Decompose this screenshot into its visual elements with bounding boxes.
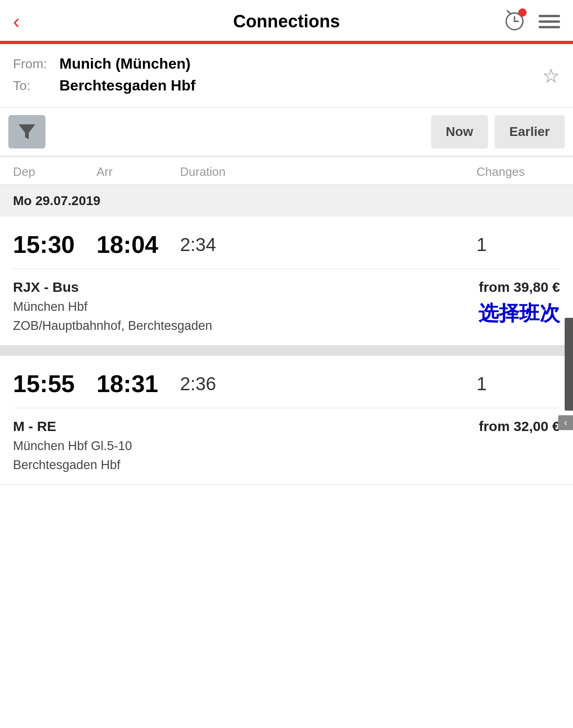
duration-value: 2:34 xyxy=(180,234,476,255)
back-button[interactable]: ‹ xyxy=(13,11,20,32)
col-arr: Arr xyxy=(97,165,180,179)
filter-button[interactable] xyxy=(8,115,45,148)
nav-bar: ‹ Connections xyxy=(0,0,573,41)
col-dep: Dep xyxy=(13,165,97,179)
earlier-button[interactable]: Earlier xyxy=(495,115,565,148)
scrollbar[interactable] xyxy=(565,318,573,411)
svg-marker-7 xyxy=(19,124,35,139)
dep-time-2: 15:55 xyxy=(13,370,97,398)
train-type: RJX - Bus xyxy=(13,279,212,295)
changes-value-2: 1 xyxy=(476,374,560,394)
duration-value-2: 2:36 xyxy=(180,374,476,394)
now-button[interactable]: Now xyxy=(431,115,488,148)
alarm-badge xyxy=(518,8,527,17)
date-text: Mo 29.07.2019 xyxy=(13,193,100,208)
from-label: From: xyxy=(13,57,59,71)
nav-right-icons xyxy=(502,8,560,34)
from-to-section: From: Munich (München) To: Berchtesgaden… xyxy=(0,44,573,108)
favorite-button[interactable]: ☆ xyxy=(542,64,560,87)
from-row: From: Munich (München) xyxy=(13,55,560,72)
connection-item[interactable]: 15:30 18:04 2:34 1 RJX - Bus München Hbf… xyxy=(0,217,573,346)
menu-line-1 xyxy=(539,15,560,17)
connection-left: RJX - Bus München Hbf ZOB/Hauptbahnhof, … xyxy=(13,279,212,333)
to-row: To: Berchtesgaden Hbf xyxy=(13,77,560,94)
changes-value: 1 xyxy=(476,234,560,255)
price: from 39,80 € xyxy=(479,279,560,295)
connection-left-2: M - RE München Hbf Gl.5-10 Berchtesgaden… xyxy=(13,419,132,472)
connection-right-2: from 32,00 € xyxy=(479,419,560,434)
station-from: München Hbf xyxy=(13,300,212,314)
station-to-2: Berchtesgaden Hbf xyxy=(13,458,132,472)
dep-time: 15:30 xyxy=(13,231,97,258)
connection-item-2[interactable]: 15:55 18:31 2:36 1 M - RE München Hbf Gl… xyxy=(0,356,573,485)
menu-line-2 xyxy=(539,20,560,23)
filter-icon xyxy=(17,122,37,142)
connection-times-row-2: 15:55 18:31 2:36 1 xyxy=(13,356,560,408)
station-to: ZOB/Hauptbahnhof, Berchtesgaden xyxy=(13,319,212,333)
connection-times-row: 15:30 18:04 2:34 1 xyxy=(13,217,560,269)
filter-row: Now Earlier xyxy=(0,108,573,156)
connection-details-row: RJX - Bus München Hbf ZOB/Hauptbahnhof, … xyxy=(13,269,560,345)
menu-line-3 xyxy=(539,26,560,28)
svg-line-5 xyxy=(507,11,509,13)
red-divider xyxy=(0,41,573,44)
station-from-2: München Hbf Gl.5-10 xyxy=(13,439,132,453)
chinese-select-label: 选择班次 xyxy=(478,300,560,327)
alarm-button[interactable] xyxy=(502,8,527,34)
section-separator xyxy=(0,346,573,356)
arr-time: 18:04 xyxy=(97,231,180,258)
to-value: Berchtesgaden Hbf xyxy=(59,77,195,94)
scroll-arrow[interactable]: ‹ xyxy=(558,415,573,430)
column-headers: Dep Arr Duration Changes xyxy=(0,156,573,185)
connection-details-row-2: M - RE München Hbf Gl.5-10 Berchtesgaden… xyxy=(13,408,560,484)
col-changes: Changes xyxy=(476,165,560,179)
price-2: from 32,00 € xyxy=(479,419,560,434)
to-label: To: xyxy=(13,78,59,93)
menu-button[interactable] xyxy=(539,15,560,28)
col-duration: Duration xyxy=(180,165,476,179)
date-header: Mo 29.07.2019 xyxy=(0,185,573,217)
from-value: Munich (München) xyxy=(59,55,191,72)
train-type-2: M - RE xyxy=(13,419,132,434)
page-title: Connections xyxy=(233,12,340,32)
connection-right: from 39,80 € 选择班次 xyxy=(478,279,560,327)
arr-time-2: 18:31 xyxy=(97,370,180,398)
